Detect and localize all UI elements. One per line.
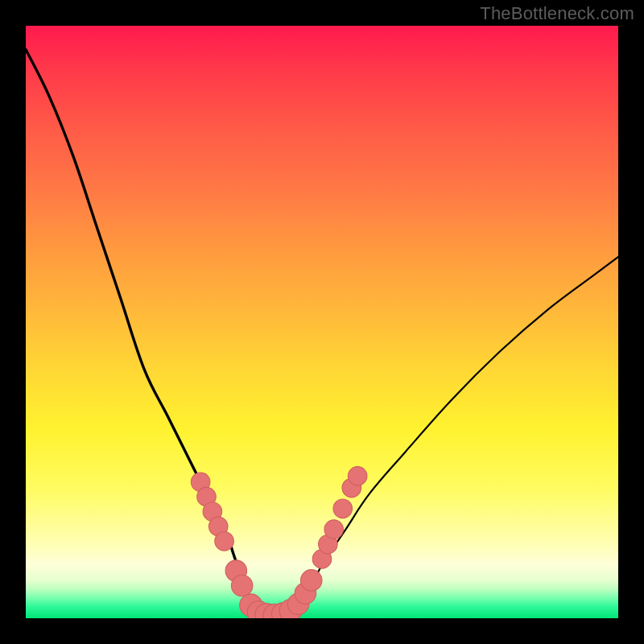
data-marker	[301, 570, 322, 591]
data-marker	[348, 467, 367, 486]
data-marker	[215, 532, 234, 551]
marker-layer	[191, 467, 367, 618]
watermark-text: TheBottleneck.com	[480, 3, 634, 24]
plot-area	[26, 26, 618, 618]
outer-frame: TheBottleneck.com	[0, 0, 644, 644]
curve-layer	[26, 49, 618, 618]
data-marker	[231, 575, 252, 596]
curve-right-curve	[287, 257, 618, 618]
data-marker	[333, 499, 353, 518]
data-marker	[324, 520, 344, 539]
chart-svg	[26, 26, 618, 618]
